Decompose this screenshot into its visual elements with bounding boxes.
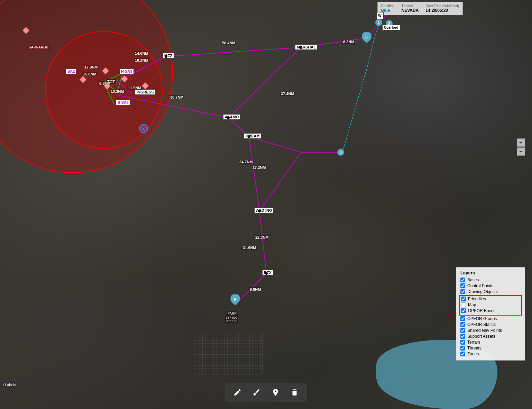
layer-zones-checkbox[interactable] bbox=[460, 352, 465, 356]
bottom-toolbar bbox=[225, 383, 307, 402]
layers-title: Layers bbox=[460, 270, 521, 275]
theater-value: NEVADA bbox=[402, 8, 419, 13]
layer-support-assets[interactable]: Support Assets bbox=[460, 334, 521, 339]
zoom-controls: + − bbox=[517, 138, 525, 156]
layer-opfor-statics[interactable]: OPFOR Statics bbox=[460, 322, 521, 327]
layer-friendlies-checkbox[interactable] bbox=[461, 297, 466, 301]
start-time-label: Start Time (zulu/local) bbox=[425, 4, 459, 8]
layer-opfor-bases[interactable]: OPFOR Bases bbox=[461, 308, 520, 313]
layer-map-checkbox[interactable] bbox=[461, 302, 466, 307]
map-container[interactable]: Coalition Blue Theater NEVADA Start Time… bbox=[0, 0, 532, 409]
layer-control-points-checkbox[interactable] bbox=[460, 283, 465, 288]
layer-zones[interactable]: Zones bbox=[460, 352, 521, 356]
layer-threats-checkbox[interactable] bbox=[460, 346, 465, 351]
layers-panel: Layers Bases Control Points Drawing Obje… bbox=[456, 267, 525, 361]
highlighted-layer-group: Friendlies Map OPFOR Bases bbox=[459, 295, 522, 316]
layer-bases-checkbox[interactable] bbox=[460, 278, 465, 282]
layer-shared-nav[interactable]: Shared Nav Points bbox=[460, 328, 521, 333]
layer-support-assets-checkbox[interactable] bbox=[460, 334, 465, 339]
coalition-value: Blue bbox=[381, 8, 390, 13]
layer-support-assets-label: Support Assets bbox=[467, 334, 495, 339]
layer-shared-nav-checkbox[interactable] bbox=[460, 328, 465, 333]
left-label-text: t Labels bbox=[3, 383, 16, 387]
city-grid bbox=[194, 333, 263, 374]
layer-opfor-bases-checkbox[interactable] bbox=[461, 308, 466, 313]
draw-tool-button[interactable] bbox=[231, 385, 245, 399]
layer-map[interactable]: Map bbox=[461, 302, 520, 307]
layer-friendlies[interactable]: Friendlies bbox=[461, 297, 520, 301]
layer-map-label: Map bbox=[468, 302, 476, 307]
layer-terrain-checkbox[interactable] bbox=[460, 340, 465, 345]
threat-label-top-left: SA-N-ARBIT bbox=[28, 45, 50, 49]
layer-control-points-label: Control Points bbox=[467, 283, 493, 288]
pin-tool-button[interactable] bbox=[269, 385, 283, 399]
left-bottom-label[interactable]: t Labels bbox=[0, 381, 19, 388]
header-info-box: Coalition Blue Theater NEVADA Start Time… bbox=[377, 2, 463, 15]
layer-drawing-objects-checkbox[interactable] bbox=[460, 289, 465, 294]
layer-opfor-statics-checkbox[interactable] bbox=[460, 322, 465, 327]
layer-opfor-statics-label: OPFOR Statics bbox=[467, 322, 496, 327]
layer-threats[interactable]: Threats bbox=[460, 346, 521, 351]
zoom-out-button[interactable]: − bbox=[517, 147, 525, 156]
layer-control-points[interactable]: Control Points bbox=[460, 283, 521, 288]
layer-opfor-groups-label: OPFOR Groups bbox=[467, 316, 497, 321]
layer-opfor-bases-label: OPFOR Bases bbox=[468, 308, 495, 313]
layer-terrain[interactable]: Terrain bbox=[460, 340, 521, 345]
farp-coords: 387-600387 125 bbox=[225, 316, 238, 323]
layer-drawing-objects-label: Drawing Objects bbox=[467, 289, 498, 294]
layer-bases-label: Bases bbox=[467, 278, 479, 282]
layer-friendlies-label: Friendlies bbox=[468, 297, 486, 301]
layer-bases[interactable]: Bases bbox=[460, 278, 521, 282]
coalition-label: Coalition bbox=[381, 4, 395, 8]
layer-shared-nav-label: Shared Nav Points bbox=[467, 328, 502, 333]
layer-terrain-label: Terrain bbox=[467, 340, 480, 345]
layer-zones-label: Zones bbox=[467, 352, 479, 356]
delete-tool-button[interactable] bbox=[288, 385, 302, 399]
layer-threats-label: Threats bbox=[467, 346, 481, 351]
layer-opfor-groups-checkbox[interactable] bbox=[460, 316, 465, 321]
pen-tool-button[interactable] bbox=[250, 385, 264, 399]
layer-drawing-objects[interactable]: Drawing Objects bbox=[460, 289, 521, 294]
start-time-value: 14:20/06:20 bbox=[425, 8, 448, 13]
layer-opfor-groups[interactable]: OPFOR Groups bbox=[460, 316, 521, 321]
theater-label: Theater bbox=[402, 4, 419, 8]
zoom-in-button[interactable]: + bbox=[517, 138, 525, 147]
